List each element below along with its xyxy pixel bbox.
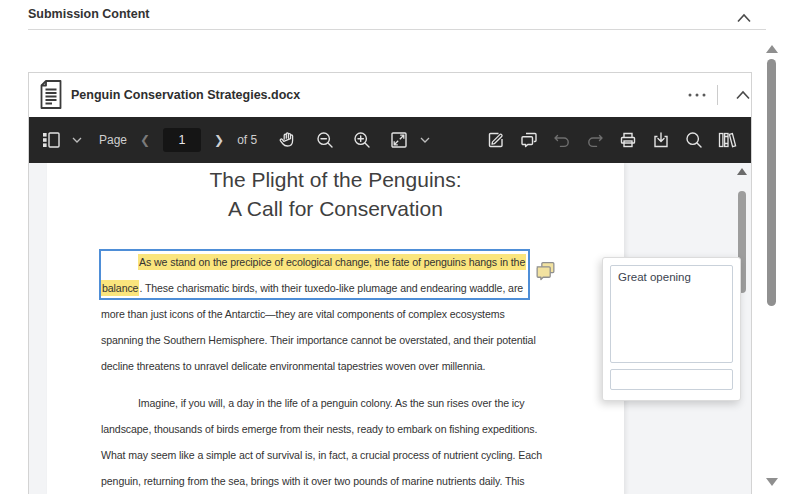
document-page: The Plight of the Penguins: A Call for C… bbox=[47, 163, 624, 494]
header-divider bbox=[717, 85, 718, 105]
undo-icon[interactable] bbox=[552, 130, 572, 150]
next-page-button[interactable]: ❯ bbox=[212, 133, 226, 147]
document-text-line: landscape, thousands of birds emerge fro… bbox=[101, 423, 601, 449]
document-text-line: spanning the Southern Hemisphere. Their … bbox=[101, 334, 601, 360]
fit-to-screen-icon[interactable] bbox=[389, 130, 409, 150]
paragraph: Imagine, if you will, a day in the life … bbox=[101, 397, 601, 494]
panel-title: Submission Content bbox=[28, 7, 150, 21]
zoom-in-icon[interactable] bbox=[352, 130, 372, 150]
submission-content-panel: Submission Content Penguin Conservation … bbox=[0, 0, 794, 494]
document-text-line: Imagine, if you will, a day in the life … bbox=[101, 397, 601, 423]
chevron-up-icon bbox=[736, 13, 752, 23]
document-options-button[interactable] bbox=[677, 73, 717, 117]
outer-scrollbar-thumb[interactable] bbox=[767, 59, 776, 306]
panel-collapse-button[interactable] bbox=[736, 9, 758, 25]
document-heading: The Plight of the Penguins: A Call for C… bbox=[47, 165, 624, 223]
zoom-options-chevron-icon[interactable] bbox=[420, 135, 430, 145]
document-text-line: decline threatens to unravel delicate en… bbox=[101, 360, 601, 386]
pan-hand-icon[interactable] bbox=[278, 130, 298, 150]
outer-scroll-down-arrow[interactable] bbox=[766, 478, 778, 486]
document-text-line: What may seem like a simple act of survi… bbox=[101, 449, 601, 475]
panel-divider bbox=[28, 29, 766, 30]
comment-reply-input[interactable] bbox=[610, 369, 733, 390]
content-library-icon[interactable] bbox=[717, 130, 737, 150]
document-title: Penguin Conservation Strategies.docx bbox=[71, 73, 300, 117]
document-text-line: more than just icons of the Antarctic—th… bbox=[101, 308, 601, 334]
body-text: Imagine, if you will, a day in the life … bbox=[138, 397, 525, 409]
body-text: landscape, thousands of birds emerge fro… bbox=[101, 423, 537, 435]
body-text: more than just icons of the Antarctic—th… bbox=[101, 308, 505, 320]
panel-options-chevron-icon[interactable] bbox=[72, 135, 82, 145]
document-heading-line: A Call for Conservation bbox=[47, 194, 624, 223]
body-text: penguin, returning from the sea, brings … bbox=[101, 475, 525, 487]
download-icon[interactable] bbox=[651, 130, 671, 150]
document-text-line: penguin, returning from the sea, brings … bbox=[101, 475, 601, 494]
chevron-up-icon bbox=[735, 90, 751, 100]
body-text: What may seem like a simple act of survi… bbox=[101, 449, 542, 461]
comment-marker-icon[interactable] bbox=[534, 260, 557, 287]
document-collapse-button[interactable] bbox=[725, 73, 761, 117]
page-label: Page bbox=[99, 133, 127, 147]
toolbar-left-group: Page ❮ ❯ of 5 bbox=[41, 117, 430, 163]
redo-icon[interactable] bbox=[585, 130, 605, 150]
comments-icon[interactable] bbox=[519, 130, 539, 150]
ellipsis-icon bbox=[686, 92, 708, 98]
print-icon[interactable] bbox=[618, 130, 638, 150]
page-number-input[interactable] bbox=[163, 128, 201, 152]
annotate-icon[interactable] bbox=[486, 130, 506, 150]
zoom-out-icon[interactable] bbox=[315, 130, 335, 150]
comment-text: Great opening bbox=[610, 265, 733, 363]
document-viewer: The Plight of the Penguins: A Call for C… bbox=[29, 163, 751, 494]
document-card-header: Penguin Conservation Strategies.docx bbox=[29, 73, 751, 117]
body-text: spanning the Southern Hemisphere. Their … bbox=[101, 334, 536, 346]
viewer-scroll-up-arrow[interactable] bbox=[737, 168, 747, 175]
annotation-selection-box[interactable] bbox=[99, 249, 530, 300]
body-text: decline threatens to unravel delicate en… bbox=[101, 360, 485, 372]
search-icon[interactable] bbox=[684, 130, 704, 150]
outer-scroll-up-arrow[interactable] bbox=[766, 45, 778, 53]
toolbar-right-group bbox=[486, 117, 737, 163]
document-icon bbox=[39, 79, 63, 114]
comment-card: Great opening bbox=[602, 257, 741, 401]
document-heading-line: The Plight of the Penguins: bbox=[47, 165, 624, 194]
document-card: Penguin Conservation Strategies.docx bbox=[28, 72, 752, 494]
previous-page-button[interactable]: ❮ bbox=[138, 133, 152, 147]
thumbnail-panel-icon[interactable] bbox=[41, 130, 61, 150]
page-count-label: of 5 bbox=[237, 133, 257, 147]
viewer-toolbar: Page ❮ ❯ of 5 bbox=[29, 117, 751, 163]
